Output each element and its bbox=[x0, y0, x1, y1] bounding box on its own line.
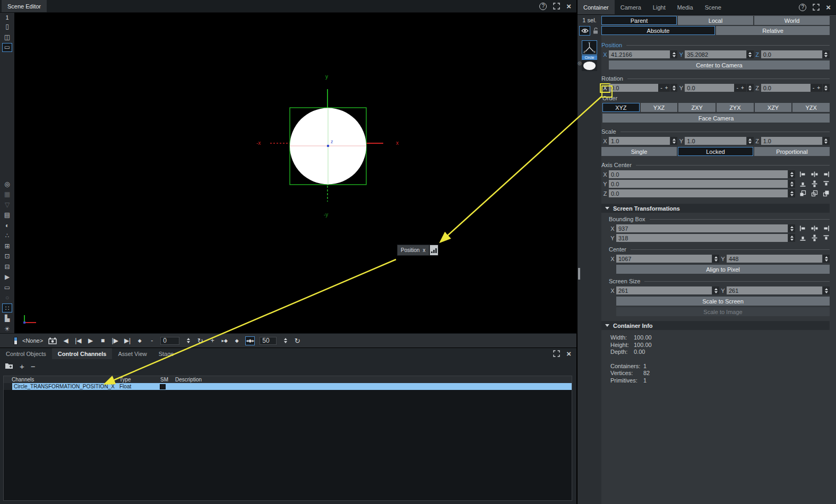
container-name-badge[interactable]: Circle bbox=[582, 55, 597, 60]
order-zxy-button[interactable]: ZXY bbox=[678, 103, 716, 112]
light-pin-icon[interactable]: ▽ bbox=[2, 200, 12, 209]
bulb-icon[interactable]: ○ bbox=[2, 293, 12, 302]
container-thumbnail[interactable] bbox=[582, 60, 597, 71]
tab-light[interactable]: Light bbox=[647, 0, 671, 14]
keyframe-nav-icon[interactable]: ◆ bbox=[136, 336, 143, 345]
stop-button[interactable]: ■ bbox=[99, 336, 107, 345]
scale-y-input[interactable]: 1.0 bbox=[685, 137, 746, 145]
bounding-box-y-input[interactable]: 318 bbox=[616, 234, 788, 242]
step-forward-button[interactable]: |▶ bbox=[111, 336, 119, 345]
target-icon[interactable]: ◎ bbox=[578, 60, 582, 66]
keyframe-in-icon[interactable]: ▸◆ bbox=[221, 336, 228, 345]
position-y-input[interactable]: 35.2082 bbox=[685, 50, 746, 58]
bounding-box-x-input[interactable]: 937 bbox=[616, 224, 788, 232]
brightness-icon[interactable]: ☀ bbox=[2, 324, 12, 333]
space-parent-button[interactable]: Parent bbox=[601, 16, 677, 25]
tab-scene[interactable]: Scene bbox=[699, 0, 727, 14]
close-icon[interactable]: × bbox=[566, 349, 571, 358]
rotation-z-inc[interactable]: + bbox=[817, 85, 820, 91]
title-area-icon[interactable]: ⊟ bbox=[2, 262, 12, 271]
scrollbar-handle[interactable] bbox=[578, 268, 580, 280]
bounds-icon[interactable]: ▭ bbox=[2, 283, 12, 292]
loop-speed-icon[interactable]: ↻ bbox=[294, 336, 301, 345]
bbox-align-right-icon[interactable] bbox=[823, 225, 830, 232]
scale-z-spinner[interactable] bbox=[823, 137, 830, 145]
speed-spinner[interactable] bbox=[282, 337, 289, 345]
help-icon[interactable]: ? bbox=[799, 4, 806, 11]
rotation-y-dec[interactable]: - bbox=[736, 85, 738, 91]
play-reverse-button[interactable]: ◀ bbox=[62, 336, 70, 345]
safe-area-icon[interactable]: ⊡ bbox=[2, 252, 12, 261]
order-zyx-button[interactable]: ZYX bbox=[717, 103, 754, 112]
scale-to-screen-button[interactable]: Scale to Screen bbox=[616, 297, 830, 306]
col-sm[interactable]: SM bbox=[160, 377, 175, 383]
bounding-box-y-spinner[interactable] bbox=[788, 234, 795, 242]
space-world-button[interactable]: World bbox=[754, 16, 830, 25]
grid-icon[interactable]: ∷ bbox=[2, 303, 12, 312]
rotation-z-input[interactable]: 0.0 bbox=[761, 84, 811, 92]
align-bottom-icon[interactable] bbox=[799, 180, 806, 187]
screen-transformations-header[interactable]: Screen Transformations bbox=[601, 204, 830, 213]
dual-view-icon[interactable]: ◫ bbox=[2, 32, 12, 41]
video-camera-icon[interactable]: ▦ bbox=[2, 190, 12, 199]
axis-center-z-input[interactable]: 0.0 bbox=[609, 189, 788, 197]
onair-slider-icon[interactable] bbox=[14, 337, 18, 345]
tab-media[interactable]: Media bbox=[671, 0, 699, 14]
scale-single-button[interactable]: Single bbox=[601, 147, 677, 156]
screen-size-y-spinner[interactable] bbox=[823, 286, 830, 294]
bbox-align-top-icon[interactable] bbox=[823, 234, 830, 241]
remove-channel-icon[interactable]: − bbox=[31, 362, 36, 371]
viewport[interactable]: y -y x -x z bbox=[14, 13, 576, 333]
scale-locked-button[interactable]: Locked bbox=[678, 147, 753, 156]
align-center-h-icon[interactable] bbox=[811, 171, 818, 178]
bbox-align-center-h-icon[interactable] bbox=[811, 225, 818, 232]
order-xyz-button[interactable]: XYZ bbox=[602, 103, 640, 112]
frame-decrement-button[interactable]: - bbox=[148, 336, 156, 345]
align-z-middle-icon[interactable] bbox=[811, 190, 818, 197]
tab-asset-view[interactable]: Asset View bbox=[112, 348, 152, 359]
grid-hs-icon[interactable]: ⊞ bbox=[2, 241, 12, 250]
position-x-input[interactable]: 41.2166 bbox=[609, 50, 670, 58]
screen-size-x-spinner[interactable] bbox=[712, 286, 719, 294]
frame-increment-button[interactable]: + bbox=[209, 336, 216, 345]
align-right-icon[interactable] bbox=[823, 171, 830, 178]
align-to-pixel-button[interactable]: Align to Pixel bbox=[616, 265, 830, 274]
keyframe-mid-icon[interactable]: ◆ bbox=[233, 336, 240, 345]
speed-input[interactable]: 50 bbox=[260, 337, 277, 345]
position-z-input[interactable]: 0.0 bbox=[761, 50, 822, 58]
tab-stage[interactable]: Stage bbox=[153, 348, 180, 359]
loop-icon[interactable]: ↻ bbox=[196, 336, 204, 345]
keyframe-select-icon[interactable]: ◂◆▸ bbox=[245, 336, 255, 345]
layout-panel-icon[interactable]: ▯ bbox=[2, 22, 12, 31]
axis-center-x-spinner[interactable] bbox=[788, 170, 795, 178]
rotation-z-spinner[interactable] bbox=[823, 84, 830, 92]
align-left-icon[interactable] bbox=[799, 171, 806, 178]
screen-size-y-input[interactable]: 261 bbox=[727, 286, 822, 294]
scale-x-spinner[interactable] bbox=[670, 137, 677, 145]
position-y-spinner[interactable] bbox=[747, 50, 754, 58]
position-x-spinner[interactable] bbox=[670, 50, 677, 58]
bbox-align-left-icon[interactable] bbox=[799, 225, 806, 232]
tab-scene-editor[interactable]: Scene Editor bbox=[2, 0, 47, 12]
align-z-back-icon[interactable] bbox=[823, 190, 830, 197]
visibility-eye-button[interactable] bbox=[579, 26, 590, 36]
row-tree-cell[interactable] bbox=[4, 383, 12, 390]
scale-proportional-button[interactable]: Proportional bbox=[754, 147, 830, 156]
rotation-y-spinner[interactable] bbox=[747, 84, 754, 92]
tab-control-channels[interactable]: Control Channels bbox=[52, 348, 113, 359]
rotation-y-input[interactable]: 0.0 bbox=[685, 84, 734, 92]
align-center-v-icon[interactable] bbox=[811, 180, 818, 187]
add-folder-icon[interactable] bbox=[5, 362, 13, 370]
play-button[interactable]: ▶ bbox=[87, 336, 94, 345]
bounding-box-x-spinner[interactable] bbox=[788, 224, 795, 232]
center-y-spinner[interactable] bbox=[823, 255, 830, 263]
bbox-align-center-v-icon[interactable] bbox=[811, 234, 818, 241]
rotation-x-inc[interactable]: + bbox=[665, 85, 668, 91]
expand-icon[interactable] bbox=[813, 4, 820, 11]
tab-control-objects[interactable]: Control Objects bbox=[0, 348, 52, 359]
col-type[interactable]: Type bbox=[119, 377, 160, 383]
single-view-icon[interactable]: ▭ bbox=[2, 43, 12, 52]
align-z-front-icon[interactable] bbox=[799, 190, 806, 197]
scale-x-input[interactable]: 1.0 bbox=[609, 137, 670, 145]
frame-input[interactable]: 0 bbox=[160, 337, 179, 345]
